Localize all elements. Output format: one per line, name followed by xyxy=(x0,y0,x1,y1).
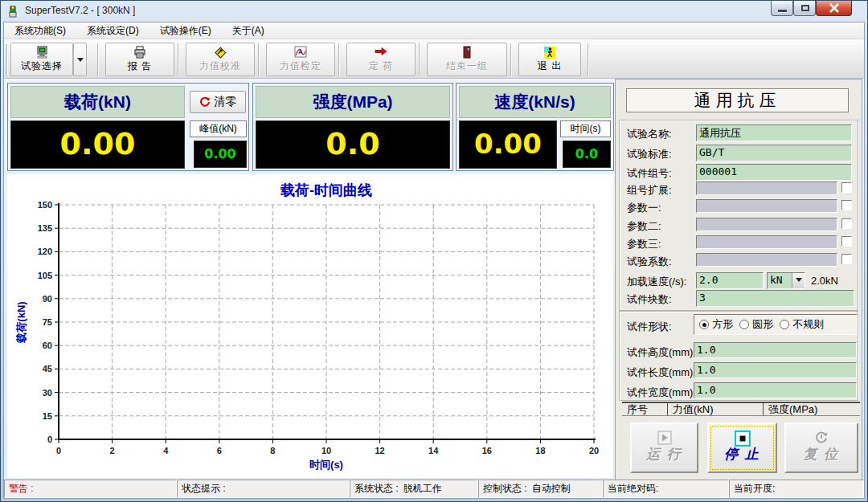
shape-option-square[interactable]: 方形 xyxy=(699,317,733,332)
minimize-button[interactable] xyxy=(771,1,793,16)
field-label-group-ext: 组号扩展: xyxy=(627,183,672,198)
specimen-height-input[interactable]: 1.0 xyxy=(694,342,857,358)
main-content: 载荷(kN) 清零 0.00 峰值(kN) 0.00 强度(MPa) 0.0 xyxy=(4,79,864,480)
svg-text:0: 0 xyxy=(47,435,52,444)
speed-display-group: 速度(kN/s) 0.00 时间(s) 0.0 xyxy=(456,83,614,171)
strength-value: 0.0 xyxy=(256,120,450,169)
svg-text:20: 20 xyxy=(589,446,599,455)
test-type-title: 通用抗压 xyxy=(626,88,849,112)
svg-text:30: 30 xyxy=(43,388,52,398)
minimize-icon xyxy=(778,10,787,12)
status-warning: 警告 : xyxy=(4,480,177,498)
report-button[interactable]: 报 告 xyxy=(105,43,174,76)
svg-text:135: 135 xyxy=(38,223,52,233)
svg-text:10: 10 xyxy=(321,446,331,455)
menu-about[interactable]: 关于(A) xyxy=(222,22,275,39)
param3-input xyxy=(696,235,837,249)
play-icon xyxy=(632,424,697,445)
maximize-icon xyxy=(801,5,809,11)
group-number-input[interactable]: 000001 xyxy=(696,164,852,181)
load-rate-unit-select[interactable]: kN xyxy=(767,272,805,289)
clear-zero-button[interactable]: 清零 xyxy=(190,91,246,113)
reset-icon xyxy=(786,424,857,445)
clear-zero-label: 清零 xyxy=(214,95,236,109)
status-control-state: 控制状态 :自动控制 xyxy=(478,480,603,498)
shape-radio-group: 方形 圆形 不规则 xyxy=(694,314,858,335)
field-label-height: 试件高度(mm): xyxy=(627,345,696,360)
svg-text:8: 8 xyxy=(270,446,275,455)
combo-drop-button[interactable] xyxy=(792,273,805,288)
specimen-length-input[interactable]: 1.0 xyxy=(694,362,857,378)
title-bar: SuperTestV7.2 - [ 300kN ] xyxy=(1,1,867,22)
status-system-state: 系统状态 :脱机工作 xyxy=(350,480,478,498)
exit-button[interactable]: 退 出 xyxy=(518,43,581,76)
column-force: 力值(kN) xyxy=(668,403,764,415)
maximize-button[interactable] xyxy=(793,1,816,16)
svg-text:A: A xyxy=(298,49,302,55)
field-label-param2: 参数二: xyxy=(627,219,661,234)
peak-value: 0.00 xyxy=(194,141,247,168)
toolbar: 试验选择 报 告 xyxy=(4,39,864,79)
test-standard-input[interactable]: GB/T xyxy=(696,145,852,161)
test-select-button[interactable]: 试验选择 xyxy=(10,43,73,76)
svg-text:0: 0 xyxy=(56,446,61,455)
load-rate-input[interactable]: 2.0 xyxy=(696,272,764,289)
constant-load-button: 定 荷 xyxy=(346,43,416,76)
svg-text:15: 15 xyxy=(43,411,52,421)
svg-text:150: 150 xyxy=(38,200,52,210)
group-ext-input xyxy=(696,182,837,195)
printer-icon xyxy=(106,43,174,59)
exit-walk-icon xyxy=(519,43,580,59)
svg-text:90: 90 xyxy=(43,294,52,304)
block-count-input[interactable]: 3 xyxy=(696,290,854,307)
force-calibration-button: 力值校准 xyxy=(186,43,255,76)
toolbar-grip xyxy=(6,44,8,75)
svg-text:14: 14 xyxy=(428,446,439,455)
test-settings-panel: 通用抗压 试验名称: 通用抗压 试验标准: GB/T 试件组号: 000001 … xyxy=(615,79,862,481)
status-absolute-code: 当前绝对码: xyxy=(603,480,729,498)
menu-test-operations[interactable]: 试验操作(E) xyxy=(149,22,222,39)
svg-text:16: 16 xyxy=(482,446,492,455)
field-label-param3: 参数三: xyxy=(627,237,661,251)
monitor-icon xyxy=(11,43,72,59)
param1-checkbox[interactable] xyxy=(841,200,852,210)
radio-square[interactable] xyxy=(699,320,709,329)
shape-option-round[interactable]: 圆形 xyxy=(739,317,773,332)
param3-checkbox[interactable] xyxy=(841,236,852,247)
coefficient-checkbox[interactable] xyxy=(841,254,852,264)
shape-option-irregular[interactable]: 不规则 xyxy=(780,317,824,332)
field-label-shape: 试件形状: xyxy=(627,320,672,334)
load-value: 0.00 xyxy=(10,120,185,169)
stop-button[interactable]: 停 止 xyxy=(707,422,777,473)
param2-checkbox[interactable] xyxy=(841,218,852,229)
door-icon xyxy=(428,43,506,59)
field-label-length: 试件长度(mm): xyxy=(627,365,696,380)
red-arrow-icon xyxy=(347,43,415,59)
test-select-dropdown[interactable] xyxy=(73,43,87,76)
field-label-group-number: 试件组号: xyxy=(627,166,672,181)
svg-text:105: 105 xyxy=(38,271,52,280)
svg-text:12: 12 xyxy=(375,446,384,455)
menu-system-settings[interactable]: 系统设定(D) xyxy=(76,22,149,39)
field-label-block-count: 试件块数: xyxy=(627,292,672,307)
radio-round[interactable] xyxy=(739,320,749,329)
chart-title: 载荷-时间曲线 xyxy=(59,181,594,200)
radio-irregular[interactable] xyxy=(780,320,789,329)
reset-button: 复 位 xyxy=(784,422,858,473)
menu-system-functions[interactable]: 系统功能(S) xyxy=(4,22,76,39)
strength-header: 强度(MPa) xyxy=(256,86,450,118)
close-button[interactable] xyxy=(816,1,852,16)
group-ext-checkbox[interactable] xyxy=(841,182,852,193)
test-name-input[interactable]: 通用抗压 xyxy=(696,124,852,141)
svg-text:45: 45 xyxy=(43,364,52,373)
field-label-width: 试件宽度(mm): xyxy=(627,386,696,400)
load-rate-unit-value: kN xyxy=(770,274,783,286)
param1-input xyxy=(696,199,837,213)
column-index: 序号 xyxy=(622,403,668,415)
svg-text:120: 120 xyxy=(38,247,52,256)
run-button: 运 行 xyxy=(630,422,698,473)
load-display-group: 载荷(kN) 清零 0.00 峰值(kN) 0.00 xyxy=(7,83,249,171)
specimen-width-input[interactable]: 1.0 xyxy=(694,382,857,398)
app-icon xyxy=(6,5,19,18)
chevron-down-icon xyxy=(796,278,802,282)
